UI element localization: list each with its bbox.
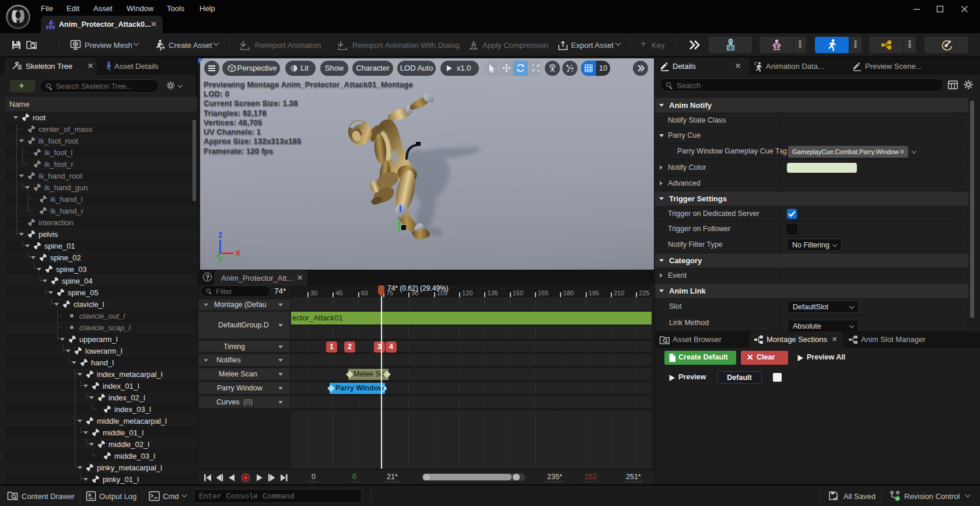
svg-text:Y: Y — [218, 256, 223, 263]
svg-text:X: X — [236, 249, 240, 257]
svg-text:Z: Z — [218, 231, 222, 239]
